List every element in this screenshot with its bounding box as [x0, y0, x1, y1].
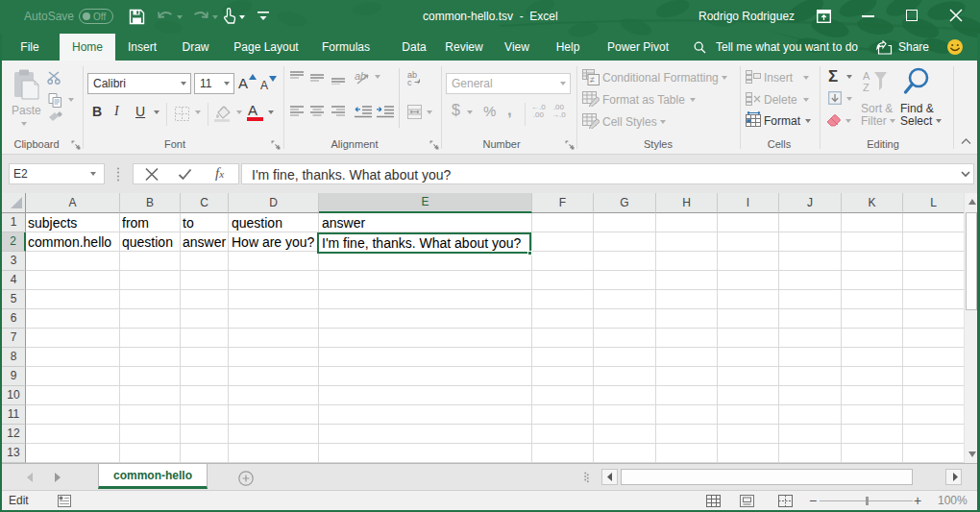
- svg-text:A: A: [863, 70, 870, 82]
- svg-text:c: c: [407, 78, 412, 85]
- svg-text:ab: ab: [355, 70, 366, 82]
- svg-text:Z: Z: [863, 82, 870, 93]
- svg-text:≠: ≠: [590, 75, 595, 85]
